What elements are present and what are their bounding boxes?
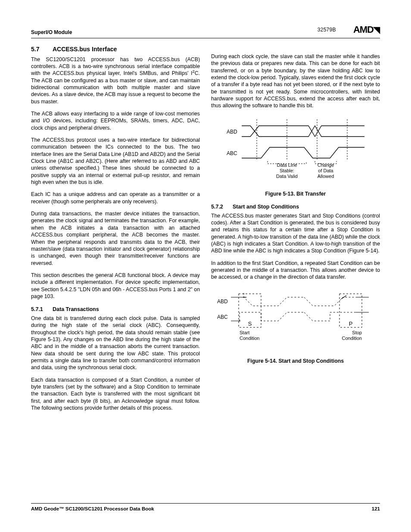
section-heading: ACCESS.bus Interface xyxy=(53,46,117,53)
page-footer: AMD Geode™ SC1200/SC1201 Processor Data … xyxy=(31,503,380,511)
footer-page-number: 121 xyxy=(372,506,380,511)
paragraph: One data bit is transferred during each … xyxy=(31,315,200,371)
svg-text:Stop: Stop xyxy=(352,330,362,335)
footer-book-title: AMD Geode™ SC1200/SC1201 Processor Data … xyxy=(31,506,154,511)
paragraph: Each data transaction is composed of a S… xyxy=(31,376,200,412)
figure-5-13-caption: Figure 5-13. Bit Transfer xyxy=(211,190,380,197)
logo-text: AMD xyxy=(353,24,374,35)
paragraph: The ACCESS.bus master generates Start an… xyxy=(211,212,380,255)
bit-transfer-diagram: ABD ABC Data Line Stable: Data Valid Cha… xyxy=(218,117,373,186)
subsection-5-7-1: 5.7.1Data Transactions xyxy=(31,306,200,313)
paragraph: The ACB allows easy interfacing to a wid… xyxy=(31,110,200,131)
doc-id: 32579B xyxy=(318,27,336,33)
logo-arrow-icon: ◤ xyxy=(374,25,380,35)
figure-5-13: ABD ABC Data Line Stable: Data Valid Cha… xyxy=(211,117,380,197)
figure-5-14-caption: Figure 5-14. Start and Stop Conditions xyxy=(211,358,380,364)
page-header: SuperI/O Module 32579B AMD◤ xyxy=(31,24,380,38)
right-column: During each clock cycle, the slave can s… xyxy=(211,43,380,417)
subsection-number: 5.7.2 xyxy=(211,203,233,211)
svg-text:Start: Start xyxy=(240,330,249,335)
content-columns: 5.7ACCESS.bus Interface The SC1200/SC120… xyxy=(31,43,380,417)
svg-text:Condition: Condition xyxy=(240,336,259,341)
paragraph: The ACCESS.bus protocol uses a two-wire … xyxy=(31,137,200,186)
paragraph: This section describes the general ACB f… xyxy=(31,272,200,300)
figure-5-14: ABD ABC S P Start Condition Stop Conditi… xyxy=(211,289,380,364)
section-number: 5.7 xyxy=(31,45,53,53)
svg-text:Stable:: Stable: xyxy=(280,168,294,173)
paragraph: During each clock cycle, the slave can s… xyxy=(211,53,380,109)
paragraph: Each IC has a unique address and can ope… xyxy=(31,191,200,205)
subsection-number: 5.7.1 xyxy=(31,306,53,313)
page: SuperI/O Module 32579B AMD◤ 5.7ACCESS.bu… xyxy=(0,0,411,532)
svg-text:ABD: ABD xyxy=(217,299,228,305)
svg-text:Allowed: Allowed xyxy=(318,174,334,179)
subsection-5-7-2: 5.7.2Start and Stop Conditions xyxy=(211,203,380,211)
start-stop-diagram: ABD ABC S P Start Condition Stop Conditi… xyxy=(214,289,377,353)
svg-text:Condition: Condition xyxy=(342,336,362,341)
abc-label: ABC xyxy=(227,150,237,156)
header-right: 32579B AMD◤ xyxy=(318,24,380,35)
svg-text:Data Valid: Data Valid xyxy=(276,174,298,179)
svg-text:ABC: ABC xyxy=(217,314,228,320)
left-column: 5.7ACCESS.bus Interface The SC1200/SC120… xyxy=(31,43,200,417)
svg-text:S: S xyxy=(248,320,252,327)
section-title: 5.7ACCESS.bus Interface xyxy=(31,45,200,53)
paragraph: In addition to the first Start Condition… xyxy=(211,260,380,281)
paragraph: During data transactions, the master dev… xyxy=(31,210,200,267)
svg-text:P: P xyxy=(349,320,353,327)
paragraph: The SC1200/SC1201 processor has two ACCE… xyxy=(31,56,200,105)
subsection-heading: Start and Stop Conditions xyxy=(233,204,299,210)
header-module: SuperI/O Module xyxy=(31,29,72,35)
svg-text:of Data: of Data xyxy=(318,168,333,173)
abd-label: ABD xyxy=(227,129,237,135)
svg-text:Data Line: Data Line xyxy=(277,162,297,168)
amd-logo: AMD◤ xyxy=(353,24,380,35)
svg-text:Change: Change xyxy=(318,162,334,168)
subsection-heading: Data Transactions xyxy=(53,306,99,312)
